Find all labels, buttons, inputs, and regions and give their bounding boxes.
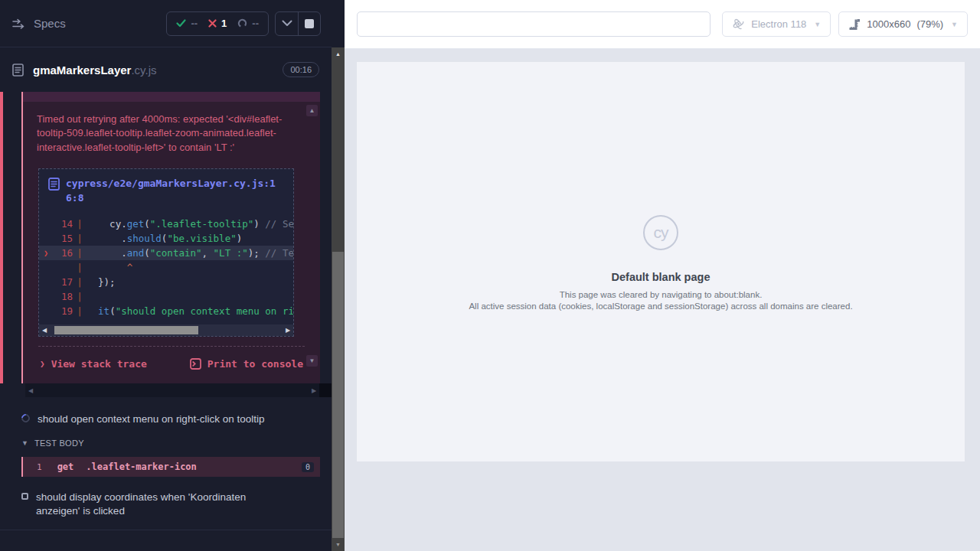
blank-page-line1: This page was cleared by navigating to a…	[560, 290, 763, 299]
test-title: should open context menu on right-click …	[38, 412, 264, 426]
failed-count: 1	[221, 18, 227, 29]
test-running-spinner-icon	[20, 412, 31, 424]
ruler-icon	[848, 18, 861, 30]
run-controls	[275, 11, 321, 36]
code-row: 19| it("should open context menu on righ…	[39, 304, 293, 318]
test-pending-square-icon	[21, 493, 28, 500]
test-title: should display coordinates when 'Koordin…	[36, 491, 286, 518]
sidebar-scrollbar[interactable]: ▲ ▼	[332, 47, 345, 551]
code-frame-file-path: cypress/e2e/gmaMarkersLayer.cy.js:16:8	[66, 177, 284, 206]
test-body-section[interactable]: ▼ TEST BODY	[0, 432, 332, 454]
spec-name: gmaMarkersLayer	[33, 64, 131, 77]
code-row: 18|	[39, 289, 293, 304]
code-frame-file-link[interactable]: cypress/e2e/gmaMarkersLayer.cy.js:16:8	[39, 169, 293, 212]
console-icon	[190, 358, 201, 370]
scroll-left-icon[interactable]: ◀	[25, 387, 36, 394]
code-row: 17| });	[39, 275, 293, 289]
specs-title[interactable]: Specs	[34, 17, 66, 30]
spec-file-icon	[12, 64, 24, 77]
chevron-down-icon: ▼	[21, 439, 28, 447]
test-row[interactable]: should open context menu on right-click …	[0, 406, 332, 432]
passed-count: --	[191, 18, 198, 29]
electron-icon	[732, 18, 745, 31]
scroll-up-icon[interactable]: ▲	[332, 47, 345, 60]
fail-indicator-bar	[0, 92, 3, 383]
print-to-console-button[interactable]: Print to console	[190, 358, 303, 370]
chevron-right-icon: ❯	[40, 359, 45, 369]
code-row: 15| .should("be.visible")	[39, 231, 293, 246]
code-frame: cypress/e2e/gmaMarkersLayer.cy.js:16:8 1…	[38, 168, 294, 337]
chevron-down-icon: ▼	[814, 21, 821, 28]
command-name: get	[57, 461, 74, 472]
cypress-logo: cy	[643, 215, 678, 250]
pending-count: --	[252, 18, 259, 29]
test-stats: -- 1 --	[166, 11, 269, 36]
test-list-divider	[0, 530, 332, 530]
stat-pending: --	[237, 18, 259, 29]
scroll-right-icon[interactable]: ▶	[309, 387, 319, 394]
x-icon	[208, 19, 217, 28]
code-scroll-thumb[interactable]	[54, 326, 198, 334]
print-to-console-label: Print to console	[207, 358, 303, 370]
browser-label: Electron 118	[751, 18, 806, 30]
stat-passed: --	[176, 18, 198, 29]
command-number: 1	[37, 462, 42, 472]
spec-duration-badge: 00:16	[283, 62, 319, 77]
blank-page-line2: All active session data (cookies, localS…	[469, 302, 852, 311]
error-card: ▲ ▼ Timed out retrying after 4000ms: exp…	[21, 92, 320, 383]
test-row[interactable]: should display coordinates when 'Koordin…	[0, 484, 332, 524]
sidebar-scroll-thumb[interactable]	[332, 252, 344, 538]
spec-file-row[interactable]: gmaMarkersLayer.cy.js 00:16	[0, 47, 332, 92]
failed-attempt-region: ▲ ▼ Timed out retrying after 4000ms: exp…	[0, 92, 332, 397]
view-stack-trace-label: View stack trace	[51, 358, 147, 370]
pending-circle-icon	[237, 18, 247, 28]
code-row: | ^	[39, 260, 293, 275]
specs-menu-icon[interactable]	[12, 18, 24, 29]
file-icon	[48, 178, 60, 191]
collapse-all-button[interactable]	[276, 12, 298, 35]
code-lines: 14| cy.get(".leaflet-tooltip") // Sele15…	[39, 212, 293, 321]
chevron-down-icon: ▼	[951, 21, 958, 28]
error-horizontal-scrollbar[interactable]: ◀ ▶	[25, 383, 319, 397]
blank-page-title: Default blank page	[612, 271, 710, 283]
code-row: 14| cy.get(".leaflet-tooltip") // Sele	[39, 217, 293, 231]
spec-ext: .cy.js	[131, 64, 156, 77]
error-message: Timed out retrying after 4000ms: expecte…	[23, 102, 320, 162]
viewport-body: cy Default blank page This page was clea…	[345, 49, 980, 551]
code-row: ❯16| .and("contain", "LT :"); // Test	[39, 246, 293, 260]
chevron-down-icon	[282, 20, 292, 27]
viewport-header: Electron 118 ▼ 1000x660 (79%) ▼	[345, 0, 980, 49]
browser-selector[interactable]: Electron 118 ▼	[722, 11, 831, 37]
viewport-size-label: 1000x660	[867, 18, 910, 30]
test-list: should open context menu on right-click …	[0, 397, 332, 530]
check-icon	[176, 19, 186, 28]
stop-icon	[305, 19, 314, 28]
command-match-count-badge: 0	[302, 462, 314, 472]
error-scroll-down-icon[interactable]: ▼	[306, 355, 318, 367]
viewport-scale-label: (79%)	[916, 18, 943, 30]
command-log-row[interactable]: 1 get .leaflet-marker-icon 0	[21, 457, 320, 477]
url-input[interactable]	[357, 11, 710, 37]
viewport-size-selector[interactable]: 1000x660 (79%) ▼	[838, 11, 968, 37]
view-stack-trace-button[interactable]: ❯ View stack trace	[40, 358, 147, 370]
browser-pane: Electron 118 ▼ 1000x660 (79%) ▼ cy Defau…	[345, 0, 980, 551]
command-message: .leaflet-marker-icon	[86, 461, 197, 472]
error-card-top-band	[23, 92, 320, 102]
error-scroll-up-icon[interactable]: ▲	[306, 105, 318, 116]
stop-run-button[interactable]	[298, 12, 320, 35]
scroll-down-icon[interactable]: ▼	[332, 538, 345, 551]
test-body-label: TEST BODY	[34, 439, 84, 448]
cypress-reporter-sidebar: Specs -- 1 --	[0, 0, 345, 551]
stat-failed: 1	[208, 18, 227, 29]
scroll-left-icon[interactable]: ◀	[39, 327, 50, 334]
error-actions: ❯ View stack trace Print to console	[23, 347, 320, 383]
scrollbar-corner	[319, 383, 332, 397]
aut-blank-page: cy Default blank page This page was clea…	[357, 62, 965, 461]
reporter-header: Specs -- 1 --	[0, 0, 332, 47]
code-horizontal-scrollbar[interactable]: ◀ ▶	[39, 324, 293, 336]
scroll-right-icon[interactable]: ▶	[283, 327, 293, 334]
